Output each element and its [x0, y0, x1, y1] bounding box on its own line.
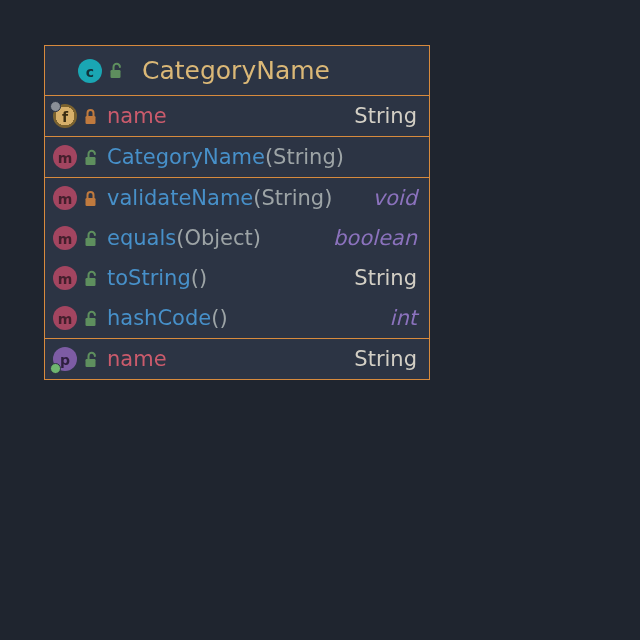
member-group: mCategoryName(String) — [45, 137, 429, 178]
member-row: mequals(Object)boolean — [45, 218, 429, 258]
method-icon: m — [53, 186, 77, 210]
svg-rect-2 — [85, 157, 95, 165]
field-icon: f — [53, 104, 77, 128]
svg-rect-3 — [85, 198, 95, 206]
property-icon: p — [53, 347, 77, 371]
member-row: pnameString — [45, 339, 429, 379]
svg-rect-0 — [110, 70, 120, 78]
class-name: CategoryName — [142, 56, 330, 85]
svg-rect-5 — [85, 278, 95, 286]
method-icon: m — [53, 145, 77, 169]
class-icon-letter: c — [86, 64, 94, 78]
member-type: String — [354, 347, 417, 371]
svg-rect-6 — [85, 318, 95, 326]
member-name: toString() — [107, 266, 207, 290]
unlock-icon — [81, 230, 99, 247]
member-name: equals(Object) — [107, 226, 261, 250]
member-name: name — [107, 347, 167, 371]
svg-rect-4 — [85, 238, 95, 246]
lock-icon — [81, 108, 99, 125]
svg-rect-7 — [85, 359, 95, 367]
member-type: boolean — [333, 226, 417, 250]
class-header: c CategoryName — [45, 46, 429, 96]
member-row: mtoString()String — [45, 258, 429, 298]
member-name: name — [107, 104, 167, 128]
class-diagram-card: c CategoryName fnameStringmCategoryName(… — [44, 45, 430, 380]
member-group: fnameString — [45, 96, 429, 137]
member-row: mhashCode()int — [45, 298, 429, 338]
member-name: hashCode() — [107, 306, 228, 330]
svg-rect-1 — [85, 116, 95, 124]
member-row: mvalidateName(String)void — [45, 178, 429, 218]
unlock-icon — [81, 351, 99, 368]
member-type: String — [354, 104, 417, 128]
method-icon: m — [53, 226, 77, 250]
member-group: pnameString — [45, 339, 429, 379]
lock-icon — [81, 190, 99, 207]
member-name: CategoryName(String) — [107, 145, 344, 169]
unlock-icon — [106, 62, 124, 79]
member-type: int — [390, 306, 417, 330]
member-type: void — [373, 186, 417, 210]
unlock-icon — [81, 270, 99, 287]
member-row: fnameString — [45, 96, 429, 136]
method-icon: m — [53, 266, 77, 290]
member-type: String — [354, 266, 417, 290]
member-row: mCategoryName(String) — [45, 137, 429, 177]
member-name: validateName(String) — [107, 186, 332, 210]
method-icon: m — [53, 306, 77, 330]
unlock-icon — [81, 310, 99, 327]
unlock-icon — [81, 149, 99, 166]
class-icon: c — [78, 59, 102, 83]
member-group: mvalidateName(String)voidmequals(Object)… — [45, 178, 429, 339]
